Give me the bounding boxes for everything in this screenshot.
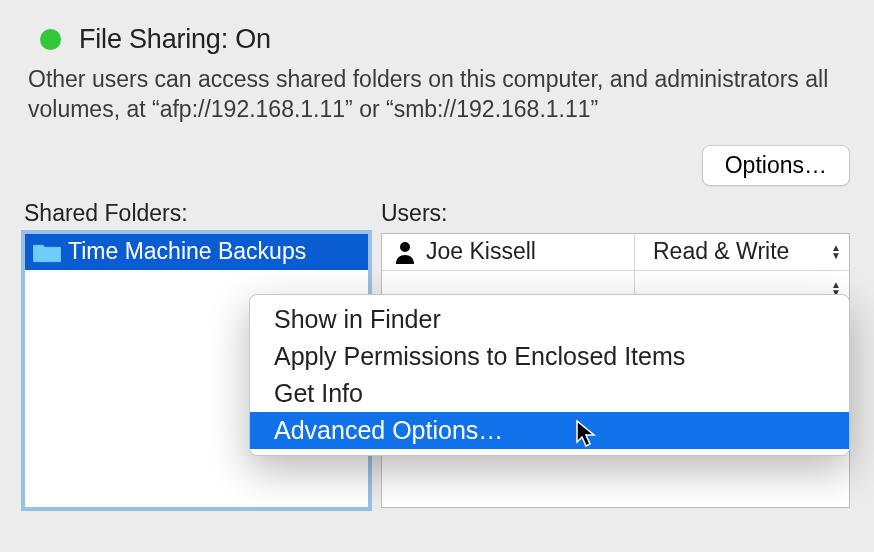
- folder-icon: [33, 241, 61, 263]
- status-title: File Sharing: On: [79, 24, 271, 55]
- shared-folders-label: Shared Folders:: [24, 200, 369, 227]
- user-silhouette-icon: [394, 240, 416, 264]
- options-row: Options…: [0, 125, 874, 196]
- permission-value: Read & Write: [653, 238, 789, 265]
- status-indicator-icon: [40, 29, 61, 50]
- ctx-item-apply-permissions[interactable]: Apply Permissions to Enclosed Items: [250, 338, 849, 375]
- user-row[interactable]: Joe Kissell Read & Write ▲ ▼: [382, 234, 849, 271]
- user-name-cell: Joe Kissell: [382, 238, 634, 265]
- sharing-description: Other users can access shared folders on…: [0, 65, 874, 125]
- cursor-icon: [576, 420, 598, 448]
- permission-cell[interactable]: Read & Write ▲ ▼: [634, 234, 849, 270]
- ctx-item-advanced-options[interactable]: Advanced Options…: [250, 412, 849, 449]
- status-header: File Sharing: On: [0, 0, 874, 65]
- users-label: Users:: [381, 200, 850, 227]
- context-menu: Show in Finder Apply Permissions to Encl…: [249, 294, 850, 456]
- shared-folder-name: Time Machine Backups: [68, 238, 306, 265]
- shared-folder-item[interactable]: Time Machine Backups: [25, 234, 368, 270]
- chevron-down-icon: ▼: [831, 252, 841, 260]
- user-name: Joe Kissell: [426, 238, 536, 265]
- ctx-item-get-info[interactable]: Get Info: [250, 375, 849, 412]
- ctx-item-show-in-finder[interactable]: Show in Finder: [250, 301, 849, 338]
- permission-stepper[interactable]: ▲ ▼: [831, 244, 841, 260]
- options-button[interactable]: Options…: [702, 145, 850, 186]
